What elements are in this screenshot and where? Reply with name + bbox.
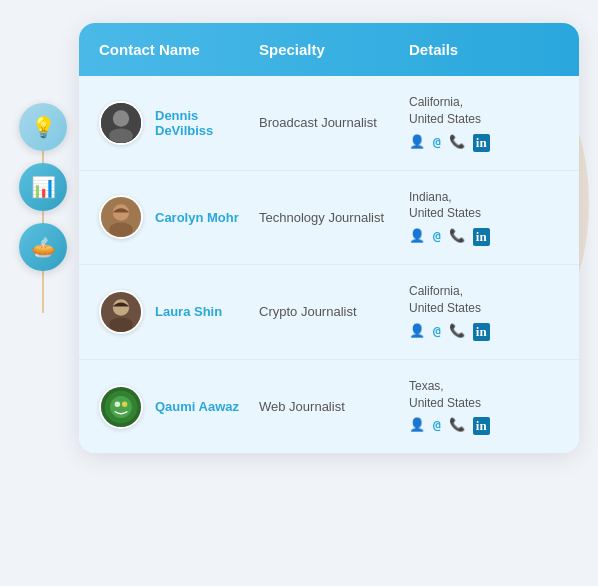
location-laura: California, United States <box>409 283 559 317</box>
main-card: Contact Name Specialty Details Dennis De… <box>79 23 579 453</box>
page-wrapper: 💡 📊 🥧 Contact Name Specialty Details <box>19 23 579 563</box>
location-dennis: California, United States <box>409 94 559 128</box>
svg-point-13 <box>122 401 127 406</box>
avatar-laura <box>99 290 143 334</box>
linkedin-icon-qaumi[interactable]: in <box>473 417 490 435</box>
details-dennis: California, United States 👤 @ 📞 in <box>409 94 559 152</box>
contact-name-laura[interactable]: Laura Shin <box>155 304 222 319</box>
svg-point-11 <box>110 396 132 418</box>
specialty-qaumi: Web Journalist <box>259 399 409 414</box>
detail-icons-qaumi: 👤 @ 📞 in <box>409 417 559 435</box>
contact-name-dennis[interactable]: Dennis DeVilbiss <box>155 108 259 138</box>
avatar-dennis <box>99 101 143 145</box>
specialty-carolyn: Technology Journalist <box>259 210 409 225</box>
contact-name-qaumi[interactable]: Qaumi Aawaz <box>155 399 239 414</box>
phone-icon-qaumi[interactable]: 📞 <box>449 417 465 435</box>
details-laura: California, United States 👤 @ 📞 in <box>409 283 559 341</box>
email-icon-qaumi[interactable]: @ <box>433 417 441 435</box>
contact-cell-qaumi: Qaumi Aawaz <box>99 385 259 429</box>
linkedin-icon-dennis[interactable]: in <box>473 134 490 152</box>
person-icon-dennis[interactable]: 👤 <box>409 134 425 152</box>
svg-point-8 <box>109 317 133 332</box>
details-qaumi: Texas, United States 👤 @ 📞 in <box>409 378 559 436</box>
avatar-carolyn <box>99 195 143 239</box>
phone-icon-laura[interactable]: 📞 <box>449 323 465 341</box>
specialty-laura: Crypto Journalist <box>259 304 409 319</box>
sidebar: 💡 📊 🥧 <box>19 103 67 271</box>
chart-icon-button[interactable]: 📊 <box>19 163 67 211</box>
table-body: Dennis DeVilbiss Broadcast Journalist Ca… <box>79 76 579 453</box>
table-row: Laura Shin Crypto Journalist California,… <box>79 265 579 360</box>
location-carolyn: Indiana, United States <box>409 189 559 223</box>
details-carolyn: Indiana, United States 👤 @ 📞 in <box>409 189 559 247</box>
person-icon-carolyn[interactable]: 👤 <box>409 228 425 246</box>
phone-icon-carolyn[interactable]: 📞 <box>449 228 465 246</box>
person-icon-laura[interactable]: 👤 <box>409 323 425 341</box>
header-details: Details <box>409 41 559 58</box>
email-icon-carolyn[interactable]: @ <box>433 228 441 246</box>
specialty-dennis: Broadcast Journalist <box>259 115 409 130</box>
linkedin-icon-carolyn[interactable]: in <box>473 228 490 246</box>
svg-point-12 <box>115 401 120 406</box>
person-icon-qaumi[interactable]: 👤 <box>409 417 425 435</box>
location-qaumi: Texas, United States <box>409 378 559 412</box>
email-icon-laura[interactable]: @ <box>433 323 441 341</box>
header-specialty: Specialty <box>259 41 409 58</box>
table-row: Carolyn Mohr Technology Journalist India… <box>79 171 579 266</box>
linkedin-icon-laura[interactable]: in <box>473 323 490 341</box>
header-contact-name: Contact Name <box>99 41 259 58</box>
svg-point-5 <box>109 223 133 238</box>
contact-cell-dennis: Dennis DeVilbiss <box>99 101 259 145</box>
pie-icon-button[interactable]: 🥧 <box>19 223 67 271</box>
detail-icons-laura: 👤 @ 📞 in <box>409 323 559 341</box>
detail-icons-carolyn: 👤 @ 📞 in <box>409 228 559 246</box>
contact-name-carolyn[interactable]: Carolyn Mohr <box>155 210 239 225</box>
svg-point-7 <box>113 299 129 315</box>
email-icon-dennis[interactable]: @ <box>433 134 441 152</box>
svg-point-1 <box>113 110 129 126</box>
contact-cell-carolyn: Carolyn Mohr <box>99 195 259 239</box>
detail-icons-dennis: 👤 @ 📞 in <box>409 134 559 152</box>
idea-icon-button[interactable]: 💡 <box>19 103 67 151</box>
avatar-qaumi <box>99 385 143 429</box>
contact-cell-laura: Laura Shin <box>99 290 259 334</box>
phone-icon-dennis[interactable]: 📞 <box>449 134 465 152</box>
table-row: Qaumi Aawaz Web Journalist Texas, United… <box>79 360 579 454</box>
svg-point-2 <box>109 128 133 143</box>
table-row: Dennis DeVilbiss Broadcast Journalist Ca… <box>79 76 579 171</box>
table-header: Contact Name Specialty Details <box>79 23 579 76</box>
